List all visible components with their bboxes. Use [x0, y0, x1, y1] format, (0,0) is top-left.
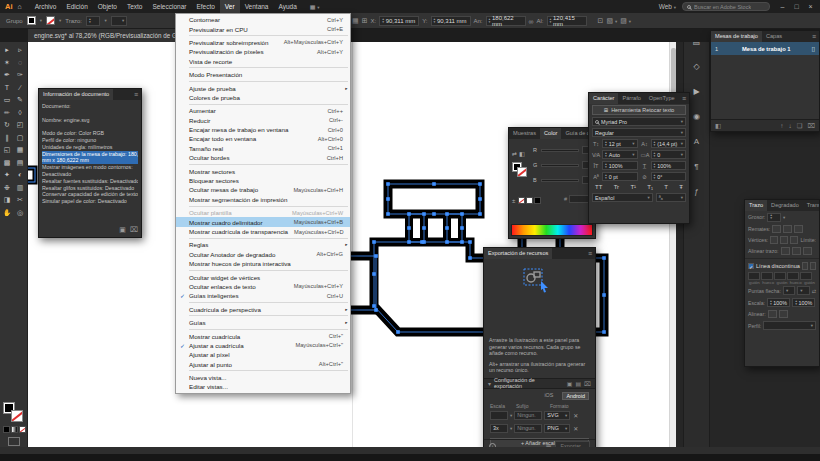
anti-aliasing-dropdown[interactable]: ªₐ▾ — [656, 193, 686, 202]
menu-item-cuadrícula-de-perspectiva[interactable]: Cuadrícula de perspectiva▸ — [176, 305, 350, 314]
horizontal-scale-input[interactable]: ▴▾100% — [651, 161, 687, 170]
stroke-color-swatch[interactable] — [517, 167, 527, 177]
menu-item-bloquear-sectores[interactable]: Bloquear sectores — [176, 176, 350, 185]
gradient-mode-button[interactable] — [11, 426, 18, 433]
menu-item-mostrar-cuadrícula-de-transparencia[interactable]: Mostrar cuadrícula de transparenciaMayús… — [176, 227, 350, 236]
workspace-selector[interactable]: Web ▾ — [659, 3, 676, 10]
menu-item-encajar-mesa-de-trabajo-en-ventana[interactable]: Encajar mesa de trabajo en ventanaCtrl+0 — [176, 125, 350, 134]
tab-carácter[interactable]: Carácter — [589, 93, 618, 104]
selection-tool[interactable]: ▸ — [1, 44, 14, 57]
anchor-point[interactable] — [602, 256, 606, 260]
scale-tool[interactable]: ◰ — [14, 119, 27, 132]
menu-item-aumentar[interactable]: AumentarCtrl++ — [176, 106, 350, 115]
anchor-point[interactable] — [445, 212, 449, 216]
blend-tool[interactable]: ◐ — [14, 169, 27, 182]
pencil-tool[interactable]: ✏ — [1, 107, 14, 120]
actions-panel-icon[interactable]: ▶ — [690, 86, 703, 98]
anchor-point[interactable] — [468, 256, 472, 260]
rotate-tool[interactable]: ↻ — [1, 119, 14, 132]
y-input[interactable]: ▴▾ 90,311 mm — [431, 16, 471, 26]
font-style-dropdown[interactable]: Regular▾ — [592, 128, 686, 137]
link-dimensions-icon[interactable]: ∞ — [529, 18, 534, 25]
reference-point-icon[interactable]: ⊞ — [362, 17, 368, 25]
align-inside-button[interactable] — [792, 247, 801, 255]
chevron-down-icon[interactable]: ▾ — [40, 18, 42, 23]
dash-input[interactable] — [761, 272, 773, 280]
export-settings-header[interactable]: ▾ Configuración de exportación ▣ ▤ ⌧ — [484, 378, 595, 389]
b-slider[interactable] — [541, 179, 579, 182]
x-input[interactable]: ▴▾ 90,311 mm — [379, 16, 419, 26]
arrowhead-start-dropdown[interactable]: ▾ — [783, 286, 795, 295]
delete-artboard-icon[interactable]: ⌧ — [808, 122, 816, 130]
suffix-input[interactable]: Ningun. — [514, 411, 542, 420]
tab-trazo[interactable]: Trazo — [745, 200, 767, 211]
height-input[interactable]: ▴▾ 120,415 mm — [547, 16, 587, 26]
copy-icon[interactable]: ▤ — [575, 380, 581, 387]
menubar-item-archivo[interactable]: Archivo — [30, 0, 62, 13]
arrange-documents-icon[interactable]: ▦ ▾ — [310, 3, 320, 10]
scale-input[interactable]: 3x — [490, 424, 508, 433]
menu-item-nueva-vista[interactable]: Nueva vista... — [176, 373, 350, 382]
zoom-tool[interactable]: ◎ — [14, 207, 27, 220]
dash-input[interactable] — [774, 272, 786, 280]
menubar-item-ventana[interactable]: Ventana — [240, 0, 274, 13]
mesh-tool[interactable]: ▩ — [1, 157, 14, 170]
strikethrough-button[interactable]: Ŧ — [679, 184, 683, 190]
anchor-point[interactable] — [386, 182, 390, 186]
stock-search-input[interactable]: Buscar en Adobe Stock — [682, 2, 770, 11]
menu-item-reglas[interactable]: Reglas▸ — [176, 240, 350, 249]
isolate-selection-icon[interactable]: ▨ ▾ — [620, 17, 631, 25]
align-options-icon[interactable]: ▦ — [352, 17, 359, 25]
column-graph-tool[interactable]: ▥ — [14, 182, 27, 195]
curvature-tool[interactable]: ✑ — [14, 69, 27, 82]
align-center-button[interactable] — [781, 247, 790, 255]
arrow-scale-start-input[interactable]: ▴▾ 100% — [767, 298, 790, 307]
direct-selection-tool[interactable]: ▹ — [14, 44, 27, 57]
menu-item-ocultar-widget-de-vértices[interactable]: Ocultar widget de vértices — [176, 272, 350, 281]
tab-transparencia[interactable]: Transparencia — [803, 200, 819, 211]
anchor-point[interactable] — [372, 240, 376, 244]
scale-input[interactable] — [490, 411, 508, 420]
round-cap-button[interactable] — [783, 225, 792, 233]
tab-capas[interactable]: Capas — [762, 31, 786, 42]
stroke-weight-stepper[interactable]: ▴▾ — [86, 16, 100, 26]
anchor-point[interactable] — [602, 330, 606, 334]
panel-menu-icon[interactable]: ≡ — [812, 31, 819, 42]
tab-opentype[interactable]: OpenType — [645, 93, 679, 104]
menu-item-ajustar-a-cuadrícula[interactable]: ✓Ajustar a cuadrículaMayúsculas+Ctrl+" — [176, 341, 350, 350]
width-input[interactable]: ▴▾ 180,622 mm — [486, 16, 526, 26]
menu-item-mostrar-cuadrícula[interactable]: Mostrar cuadrículaCtrl+" — [176, 331, 350, 340]
chevron-down-icon[interactable]: ▾ — [104, 18, 106, 23]
menu-item-ocultar-plantilla[interactable]: Ocultar plantillaMayúsculas+Ctrl+W — [176, 208, 350, 217]
panel-menu-icon[interactable]: ≡ — [588, 248, 595, 259]
default-colors-icon[interactable]: ◧ — [519, 150, 525, 157]
anchor-point[interactable] — [372, 304, 376, 308]
dash-input[interactable] — [787, 272, 799, 280]
menubar-item-texto[interactable]: Texto — [122, 0, 148, 13]
chevron-down-icon[interactable]: ▾ — [510, 426, 512, 431]
menu-item-vista-de-recorte[interactable]: Vista de recorte — [176, 57, 350, 66]
anchor-point[interactable] — [407, 212, 411, 216]
font-family-input[interactable]: Myriad Pro▾ — [592, 117, 686, 126]
anchor-point[interactable] — [372, 272, 376, 276]
anchor-point[interactable] — [386, 212, 390, 216]
menu-item-ocultar-enlaces-de-texto[interactable]: Ocultar enlaces de textoMayúsculas+Ctrl+… — [176, 282, 350, 291]
menu-item-ajuste-de-prueba[interactable]: Ajuste de prueba▸ — [176, 83, 350, 92]
selection-info-icon[interactable]: ▣ — [119, 226, 126, 234]
round-join-button[interactable] — [780, 236, 788, 244]
shape-properties-icon[interactable]: ▧ ▾ — [606, 17, 617, 25]
projecting-cap-button[interactable] — [794, 225, 803, 233]
artboard-icon[interactable]: ▯ — [811, 45, 815, 53]
language-dropdown[interactable]: Español▾ — [592, 193, 653, 202]
trash-icon[interactable]: ⌧ — [584, 380, 591, 387]
g-slider[interactable] — [541, 164, 579, 167]
tab-párrafo[interactable]: Párrafo — [618, 93, 644, 104]
trash-icon[interactable]: ⌧ — [130, 226, 138, 234]
arrowhead-end-dropdown[interactable]: ▾ — [797, 286, 809, 295]
format-dropdown[interactable]: SVG▾ — [544, 411, 570, 420]
menu-item-guías[interactable]: Guías▸ — [176, 318, 350, 327]
platform-android[interactable]: Android — [562, 392, 589, 400]
butt-cap-button[interactable] — [772, 225, 781, 233]
screen-mode-button[interactable] — [8, 437, 20, 446]
hand-tool[interactable]: ✋ — [1, 207, 14, 220]
